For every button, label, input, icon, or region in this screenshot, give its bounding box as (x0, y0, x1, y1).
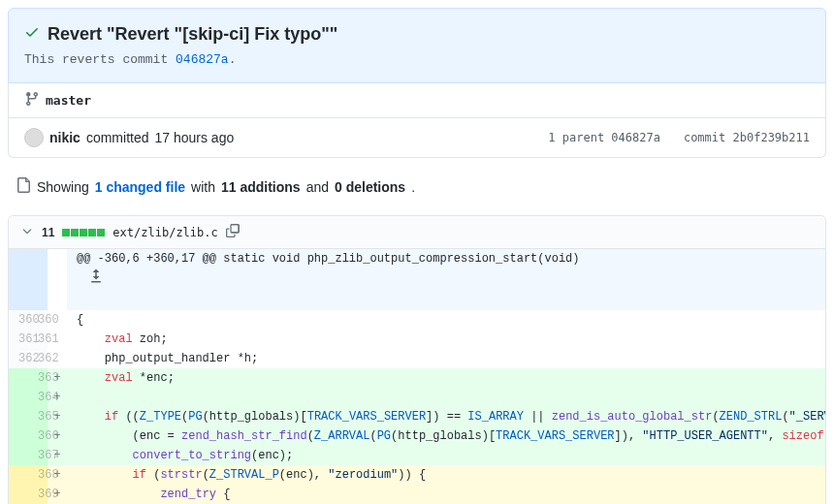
file-diff-icon (16, 177, 31, 196)
git-branch-icon (24, 91, 40, 110)
code-cell: zend_try { (67, 485, 825, 504)
code-cell: zval zoh; (67, 330, 825, 349)
avatar[interactable] (24, 128, 44, 147)
old-line-num[interactable] (9, 485, 28, 504)
diff-line: 364+ (9, 388, 825, 407)
diff-file-header: 11 ext/zlib/zlib.c (9, 216, 825, 249)
diff-line: 369+ zend_try { (9, 485, 825, 504)
old-line-num[interactable]: 360 (9, 310, 28, 330)
old-line-num[interactable]: 362 (9, 349, 28, 368)
files-summary: Showing 1 changed file with 11 additions… (8, 166, 826, 207)
copy-icon[interactable] (226, 224, 240, 240)
old-line-num[interactable] (9, 446, 28, 465)
revert-hash-link[interactable]: 046827a (176, 52, 229, 67)
commit-action: committed (86, 130, 149, 145)
new-line-num[interactable]: 363 (28, 368, 48, 388)
file-change-count: 11 (42, 226, 54, 239)
old-line-num[interactable]: 361 (9, 330, 28, 349)
old-line-num[interactable] (9, 407, 28, 426)
code-cell: zval *enc; (67, 368, 825, 388)
author-row: nikic committed 17 hours ago 1 parent 04… (8, 118, 826, 158)
commit-meta: 1 parent 046827a commit 2b0f239b211 (548, 131, 810, 144)
diff-table: @@ -360,6 +360,17 @@ static void php_zli… (9, 249, 825, 504)
new-line-num[interactable]: 364 (28, 388, 48, 407)
additions-count: 11 additions (221, 179, 301, 195)
old-line-num[interactable] (9, 368, 28, 388)
code-cell: (enc = zend_hash_str_find(Z_ARRVAL(PG(ht… (67, 426, 825, 446)
code-cell: { (67, 310, 825, 330)
diff-line: 368+ if (strstr(Z_STRVAL_P(enc), "zerodi… (9, 465, 825, 485)
code-cell (67, 388, 825, 407)
old-line-num[interactable] (9, 465, 28, 485)
new-line-num[interactable]: 366 (28, 426, 48, 446)
diff-file: 11 ext/zlib/zlib.c @@ -360,6 +360,17 @@ … (8, 215, 826, 504)
diff-line: 360360 { (9, 310, 825, 330)
commit-header: Revert "Revert "[skip-ci] Fix typo"" Thi… (8, 8, 826, 83)
diff-line: 366+ (enc = zend_hash_str_find(Z_ARRVAL(… (9, 426, 825, 446)
new-line-num[interactable]: 368 (28, 465, 48, 485)
parent-hash-link[interactable]: 046827a (611, 131, 660, 144)
commit-time: 17 hours ago (154, 130, 234, 145)
branch-row: master (8, 83, 826, 118)
chevron-down-icon[interactable] (20, 224, 34, 240)
old-line-num[interactable] (9, 388, 28, 407)
code-cell: convert_to_string(enc); (67, 446, 825, 465)
new-line-num[interactable]: 365 (28, 407, 48, 426)
check-icon (24, 24, 40, 45)
new-line-num[interactable]: 367 (28, 446, 48, 465)
changed-files-link[interactable]: 1 changed file (95, 179, 185, 195)
diff-line: 361361 zval zoh; (9, 330, 825, 349)
diffstat-icon (62, 229, 105, 236)
code-cell: if (strstr(Z_STRVAL_P(enc), "zerodium"))… (67, 465, 825, 485)
author-link[interactable]: nikic (49, 130, 80, 145)
branch-name[interactable]: master (46, 93, 91, 108)
expand-hunk-button[interactable]: @@ -360,6 +360,17 @@ static void php_zli… (9, 249, 825, 310)
diff-line: 365+ if ((Z_TYPE(PG(http_globals)[TRACK_… (9, 407, 825, 426)
code-cell: php_output_handler *h; (67, 349, 825, 368)
diff-line: 363+ zval *enc; (9, 368, 825, 388)
new-line-num[interactable]: 369 (28, 485, 48, 504)
commit-description: This reverts commit 046827a. (24, 52, 810, 67)
old-line-num[interactable] (9, 426, 28, 446)
deletions-count: 0 deletions (335, 179, 405, 195)
commit-title: Revert "Revert "[skip-ci] Fix typo"" (48, 24, 337, 45)
commit-hash: 2b0f239b211 (733, 131, 810, 144)
hunk-header: @@ -360,6 +360,17 @@ static void php_zli… (67, 249, 825, 310)
diff-line: 362362 php_output_handler *h; (9, 349, 825, 368)
code-cell: if ((Z_TYPE(PG(http_globals)[TRACK_VARS_… (67, 407, 825, 426)
file-path[interactable]: ext/zlib/zlib.c (112, 226, 217, 239)
diff-line: 367+ convert_to_string(enc); (9, 446, 825, 465)
